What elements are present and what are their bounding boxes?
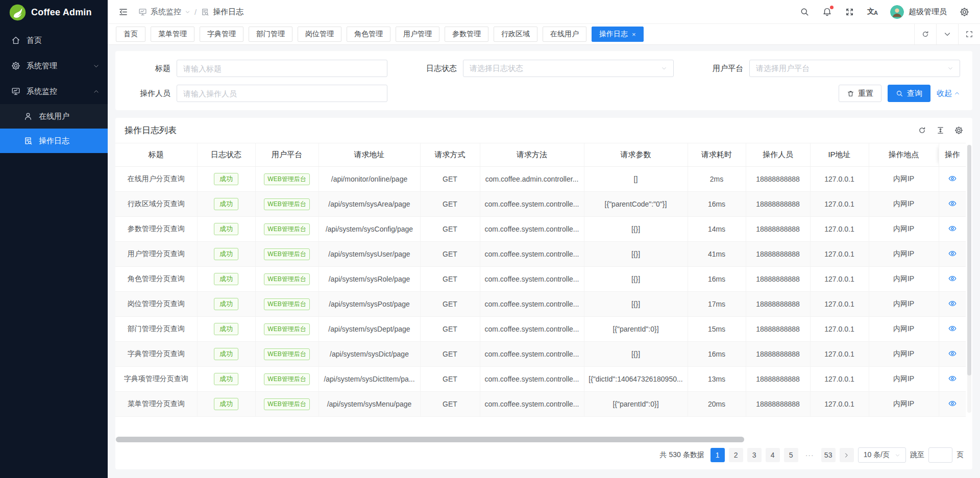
sidebar-item-label: 操作日志	[39, 136, 69, 146]
view-detail-button[interactable]	[948, 399, 957, 408]
refresh-page-button[interactable]	[914, 24, 936, 44]
fullscreen-button[interactable]	[845, 7, 854, 17]
cell-request-url: /api/system/sysDict/page	[318, 342, 420, 367]
table-row: 岗位管理分页查询 成功 WEB管理后台 /api/system/sysPost/…	[115, 292, 966, 317]
jump-label: 跳至	[910, 450, 924, 460]
tab[interactable]: 操作日志 ×	[592, 27, 644, 42]
avatar	[890, 5, 904, 19]
table-row: 部门管理分页查询 成功 WEB管理后台 /api/system/sysDept/…	[115, 317, 966, 342]
page-button-1[interactable]: 1	[710, 448, 725, 462]
view-detail-button[interactable]	[948, 224, 957, 233]
table-row: 字典项管理分页查询 成功 WEB管理后台 /api/system/sysDict…	[115, 367, 966, 392]
reload-table-icon[interactable]	[918, 126, 926, 135]
notifications-button[interactable]	[822, 7, 832, 17]
status-select[interactable]: 请选择日志状态	[463, 60, 674, 77]
page-button-3[interactable]: 3	[747, 448, 762, 462]
tab[interactable]: 首页	[116, 27, 145, 42]
gear-icon	[11, 61, 20, 70]
table-row: 用户管理分页查询 成功 WEB管理后台 /api/system/sysUser/…	[115, 242, 966, 267]
page-size-select[interactable]: 10 条/页	[858, 447, 906, 463]
cell-status: 成功	[197, 317, 255, 342]
cell-location: 内网IP	[869, 192, 939, 217]
vertical-scrollbar[interactable]	[967, 145, 971, 413]
next-page-button[interactable]	[840, 448, 854, 462]
page-button-4[interactable]: 4	[766, 448, 780, 462]
sidebar-item-home[interactable]: 首页	[0, 28, 108, 53]
cell-platform: WEB管理后台	[255, 292, 318, 317]
platform-badge: WEB管理后台	[264, 248, 309, 260]
tab[interactable]: 在线用户	[543, 27, 586, 42]
view-detail-button[interactable]	[948, 274, 957, 283]
platform-select[interactable]: 请选择用户平台	[749, 60, 960, 77]
horizontal-scrollbar-thumb[interactable]	[116, 437, 744, 442]
tab[interactable]: 行政区域	[494, 27, 537, 42]
cell-location: 内网IP	[869, 317, 939, 342]
view-detail-button[interactable]	[948, 349, 957, 358]
cell-params: [{}]	[584, 292, 688, 317]
table-row: 菜单管理分页查询 成功 WEB管理后台 /api/system/sysMenu/…	[115, 392, 966, 417]
tab-label: 行政区域	[501, 30, 530, 39]
tab-label: 操作日志	[599, 30, 628, 39]
cell-ip: 127.0.0.1	[810, 167, 869, 192]
cell-status: 成功	[197, 392, 255, 417]
sidebar-item-online-users[interactable]: 在线用户	[0, 104, 108, 129]
row-height-icon[interactable]	[936, 126, 945, 135]
tab[interactable]: 岗位管理	[298, 27, 341, 42]
tab[interactable]: 字典管理	[200, 27, 243, 42]
sidebar-item-system-monitor[interactable]: 系统监控	[0, 79, 108, 104]
settings-button[interactable]	[960, 7, 969, 17]
column-settings-icon[interactable]	[954, 126, 963, 135]
tab[interactable]: 部门管理	[249, 27, 292, 42]
view-detail-button[interactable]	[948, 374, 957, 383]
page-content: 标题 日志状态 请选择日志状态 用户平台 请选择用户平台	[108, 45, 980, 478]
operator-label: 操作人员	[128, 89, 177, 98]
view-detail-button[interactable]	[948, 324, 957, 333]
cell-location: 内网IP	[869, 242, 939, 267]
page-button-53[interactable]: 53	[821, 448, 836, 462]
tab[interactable]: 用户管理	[396, 27, 439, 42]
view-detail-button[interactable]	[948, 299, 957, 308]
sidebar-collapse-button[interactable]	[118, 7, 128, 17]
search-button[interactable]: 查询	[888, 85, 930, 102]
tab-options-button[interactable]	[936, 24, 958, 44]
cell-duration: 2ms	[688, 167, 746, 192]
reset-button[interactable]: 重置	[839, 85, 881, 102]
view-detail-button[interactable]	[948, 249, 957, 258]
view-detail-button[interactable]	[948, 199, 957, 208]
col-method: 请求方式	[420, 143, 480, 167]
app-logo[interactable]: Coffee Admin	[0, 0, 108, 24]
collapse-filter-button[interactable]: 收起	[937, 89, 960, 98]
page-button-5[interactable]: 5	[784, 448, 798, 462]
eye-icon	[948, 199, 957, 208]
table-row: 参数管理分页查询 成功 WEB管理后台 /api/system/sysConfi…	[115, 217, 966, 242]
eye-icon	[948, 174, 957, 183]
cell-title: 参数管理分页查询	[115, 217, 197, 242]
sidebar-item-system-management[interactable]: 系统管理	[0, 53, 108, 79]
page-ellipsis[interactable]: ···	[802, 448, 817, 462]
tab[interactable]: 参数管理	[445, 27, 488, 42]
eye-icon	[948, 374, 957, 383]
language-switch-button[interactable]: 文A	[867, 7, 877, 16]
tab[interactable]: 菜单管理	[151, 27, 194, 42]
tab-close-icon[interactable]: ×	[632, 31, 636, 38]
main-area: 系统监控 / 操作日志 文	[108, 0, 980, 478]
page-button-2[interactable]: 2	[729, 448, 743, 462]
user-menu[interactable]: 超级管理员	[890, 5, 947, 19]
search-button[interactable]	[800, 7, 810, 17]
jump-page-input[interactable]	[928, 447, 952, 463]
pagination: 共 530 条数据 12345···53 10 条/页 跳至 页	[115, 442, 972, 469]
view-detail-button[interactable]	[948, 174, 957, 183]
cell-operator: 18888888888	[746, 217, 810, 242]
filter-field-platform: 用户平台 请选择用户平台	[700, 60, 960, 77]
cell-actions	[939, 242, 966, 267]
table-row: 行政区域分页查询 成功 WEB管理后台 /api/system/sysArea/…	[115, 192, 966, 217]
col-operator: 操作人员	[746, 143, 810, 167]
total-count: 共 530 条数据	[660, 450, 704, 460]
breadcrumb-parent[interactable]: 系统监控	[138, 7, 190, 17]
title-input[interactable]	[177, 60, 387, 77]
operator-input[interactable]	[177, 85, 387, 102]
cell-duration: 15ms	[688, 317, 746, 342]
maximize-content-button[interactable]	[958, 24, 980, 44]
sidebar-item-operation-log[interactable]: 操作日志	[0, 129, 108, 153]
tab[interactable]: 角色管理	[347, 27, 390, 42]
